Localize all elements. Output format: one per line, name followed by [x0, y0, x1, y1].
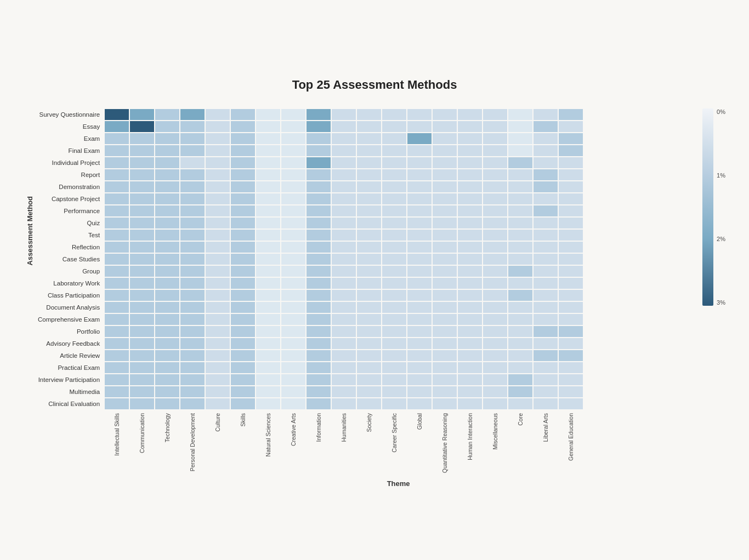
heatmap-grid	[104, 108, 693, 410]
cell-r24-c11	[382, 398, 407, 410]
cell-r9-c10	[356, 217, 382, 229]
cell-r8-c14	[457, 205, 483, 217]
x-label-7: Creative Arts	[290, 413, 297, 446]
cell-r10-c16	[508, 229, 533, 241]
cell-r1-c2	[155, 121, 180, 133]
cell-r17-c16	[508, 313, 533, 325]
cell-r20-c16	[508, 350, 533, 362]
cell-r4-c14	[457, 157, 483, 169]
cell-r7-c7	[281, 193, 306, 205]
x-label-3: Personal Development	[189, 413, 196, 471]
cell-r23-c3	[180, 386, 205, 398]
cell-r4-c0	[104, 157, 129, 169]
cell-r9-c5	[230, 217, 256, 229]
cell-r10-c0	[104, 229, 129, 241]
cell-r19-c6	[256, 338, 281, 350]
cell-r1-c0	[104, 121, 129, 133]
cell-r7-c3	[180, 193, 205, 205]
cell-r5-c3	[180, 169, 205, 181]
cell-r0-c10	[356, 108, 382, 121]
y-label-13: Group	[38, 265, 104, 277]
cell-r14-c14	[457, 277, 483, 289]
cell-r1-c7	[281, 121, 306, 133]
cell-r20-c7	[281, 350, 306, 362]
cell-r22-c6	[256, 374, 281, 386]
cell-r8-c1	[129, 205, 155, 217]
cell-r23-c4	[205, 386, 230, 398]
cell-r22-c12	[407, 374, 432, 386]
cell-r23-c16	[508, 386, 533, 398]
y-label-9: Quiz	[38, 217, 104, 229]
cell-r20-c11	[382, 350, 407, 362]
cell-r15-c18	[558, 289, 583, 301]
cell-r10-c12	[407, 229, 432, 241]
cell-r21-c3	[180, 362, 205, 374]
cell-r22-c5	[230, 374, 256, 386]
cell-r19-c17	[533, 338, 558, 350]
heatmap-and-legend: Intellectual SkillsCommunicationTechnolo…	[104, 108, 725, 488]
cell-r16-c7	[281, 301, 306, 313]
cell-r5-c16	[508, 169, 533, 181]
cell-r13-c11	[382, 265, 407, 277]
cell-r19-c9	[331, 338, 356, 350]
cell-r13-c8	[306, 265, 331, 277]
cell-r11-c18	[558, 241, 583, 253]
cell-r24-c9	[331, 398, 356, 410]
cell-r22-c18	[558, 374, 583, 386]
cell-r9-c9	[331, 217, 356, 229]
cell-r21-c13	[432, 362, 457, 374]
y-label-6: Demonstration	[38, 181, 104, 193]
cell-r17-c3	[180, 313, 205, 325]
cell-r7-c11	[382, 193, 407, 205]
cell-r21-c7	[281, 362, 306, 374]
cell-r22-c0	[104, 374, 129, 386]
cell-r7-c10	[356, 193, 382, 205]
cell-r8-c13	[432, 205, 457, 217]
cell-r17-c15	[483, 313, 508, 325]
cell-r14-c0	[104, 277, 129, 289]
cell-r17-c8	[306, 313, 331, 325]
cell-r10-c11	[382, 229, 407, 241]
y-label-16: Document Analysis	[38, 301, 104, 313]
cell-r3-c0	[104, 145, 129, 157]
y-label-18: Portfolio	[38, 325, 104, 338]
cell-r6-c10	[356, 181, 382, 193]
cell-r19-c7	[281, 338, 306, 350]
x-label-2: Technology	[164, 413, 171, 442]
cell-r23-c0	[104, 386, 129, 398]
cell-r2-c0	[104, 133, 129, 145]
cell-r24-c1	[129, 398, 155, 410]
cell-r10-c6	[256, 229, 281, 241]
cell-r11-c11	[382, 241, 407, 253]
cell-r12-c11	[382, 253, 407, 265]
cell-r2-c13	[432, 133, 457, 145]
cell-r2-c7	[281, 133, 306, 145]
cell-r4-c11	[382, 157, 407, 169]
cell-r17-c4	[205, 313, 230, 325]
cell-r24-c7	[281, 398, 306, 410]
cell-r7-c12	[407, 193, 432, 205]
cell-r5-c7	[281, 169, 306, 181]
cell-r22-c3	[180, 374, 205, 386]
x-label-wrapper-0: Intellectual Skills	[104, 413, 129, 473]
cell-r14-c7	[281, 277, 306, 289]
cell-r2-c9	[331, 133, 356, 145]
cell-r7-c9	[331, 193, 356, 205]
cell-r14-c2	[155, 277, 180, 289]
cell-r15-c9	[331, 289, 356, 301]
cell-r5-c9	[331, 169, 356, 181]
cell-r12-c12	[407, 253, 432, 265]
cell-r18-c10	[356, 325, 382, 338]
cell-r6-c15	[483, 181, 508, 193]
x-label-4: Culture	[214, 413, 221, 432]
cell-r4-c4	[205, 157, 230, 169]
cell-r0-c15	[483, 108, 508, 121]
cell-r2-c12	[407, 133, 432, 145]
cell-r16-c6	[256, 301, 281, 313]
cell-r21-c16	[508, 362, 533, 374]
cell-r4-c16	[508, 157, 533, 169]
cell-r18-c5	[230, 325, 256, 338]
cell-r19-c12	[407, 338, 432, 350]
cell-r6-c18	[558, 181, 583, 193]
y-label-17: Comprehensive Exam	[38, 313, 104, 325]
